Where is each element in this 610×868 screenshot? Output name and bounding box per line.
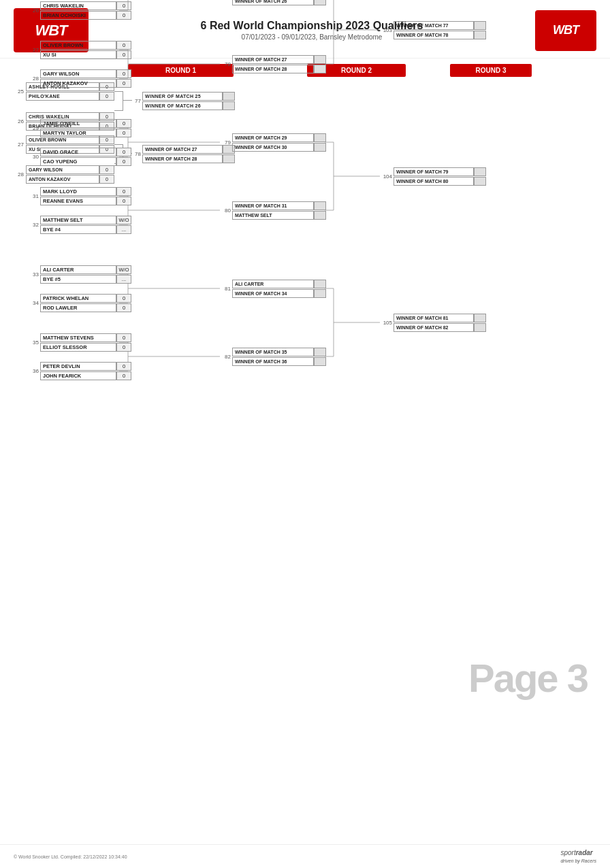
m33-s2: ... bbox=[116, 275, 131, 284]
m105-p2: WINNER OF MATCH 82 bbox=[394, 323, 474, 332]
m103-box2 bbox=[474, 31, 486, 39]
m104-p2: WINNER OF MATCH 80 bbox=[394, 177, 474, 186]
m29-s1: 0 bbox=[116, 119, 131, 128]
m31-s2: 0 bbox=[116, 197, 131, 205]
m80-p1: WINNER OF MATCH 31 bbox=[232, 201, 314, 210]
m28-p1: GARY WILSON bbox=[40, 69, 116, 78]
m80-p2: MATTHEW SELT bbox=[232, 211, 314, 220]
m31-p2: REANNE EVANS bbox=[40, 197, 116, 205]
m35-s1: 0 bbox=[116, 333, 131, 342]
m103-box1 bbox=[474, 21, 486, 30]
m81-p2: WINNER OF MATCH 34 bbox=[232, 289, 314, 298]
m35-s2: 0 bbox=[116, 343, 131, 352]
m78-p1: WINNER OF MATCH 27 bbox=[232, 55, 314, 64]
m26-id: 26 bbox=[28, 7, 39, 14]
m29-p1: JAMIE O'NEILL bbox=[40, 119, 116, 128]
m31-s1: 0 bbox=[116, 187, 131, 196]
m78-id: 78 bbox=[220, 61, 231, 67]
m78-box2 bbox=[314, 65, 326, 73]
m28-p2: ANTON KAZAKOV bbox=[40, 79, 116, 88]
m105-p1: WINNER OF MATCH 81 bbox=[394, 314, 474, 322]
m29-p2: MARTYN TAYLOR bbox=[40, 129, 116, 137]
m30-p1: DAVID GRACE bbox=[40, 148, 116, 156]
m36-p1: PETER DEVLIN bbox=[40, 362, 116, 371]
m82-box2 bbox=[314, 357, 326, 366]
m34-s2: 0 bbox=[116, 303, 131, 312]
m27-s1: 0 bbox=[116, 41, 131, 50]
m104-box1 bbox=[474, 167, 486, 176]
m103-p1: WINNER OF MATCH 77 bbox=[394, 21, 474, 30]
m80-id: 80 bbox=[220, 207, 231, 214]
m33-p2: BYE #5 bbox=[40, 275, 116, 284]
m36-s2: 0 bbox=[116, 371, 131, 380]
m32-s2: ... bbox=[116, 225, 131, 234]
m28-s2: 0 bbox=[116, 79, 131, 88]
m33-id: 33 bbox=[28, 271, 39, 278]
m77-p2: WINNER OF MATCH 26 bbox=[232, 0, 314, 5]
m33-s1: W/O bbox=[116, 265, 131, 274]
m36-s1: 0 bbox=[116, 362, 131, 371]
m81-box1 bbox=[314, 280, 326, 288]
m79-id: 79 bbox=[220, 139, 231, 146]
m79-p2: WINNER OF MATCH 30 bbox=[232, 143, 314, 152]
m35-id: 35 bbox=[28, 339, 39, 346]
m34-s1: 0 bbox=[116, 294, 131, 303]
m30-s1: 0 bbox=[116, 148, 131, 156]
m80-box1 bbox=[314, 201, 326, 210]
m32-id: 32 bbox=[28, 222, 39, 228]
footer-sportradar: sportradardriven by Racers bbox=[560, 849, 596, 864]
m81-box2 bbox=[314, 289, 326, 298]
m78-box1 bbox=[314, 55, 326, 64]
m27-p1: OLIVER BROWN bbox=[40, 41, 116, 50]
footer-copyright: © World Snooker Ltd. Compiled: 22/12/202… bbox=[14, 854, 127, 859]
m82-p2: WINNER OF MATCH 36 bbox=[232, 357, 314, 366]
m32-p2: BYE #4 bbox=[40, 225, 116, 234]
m30-p2: CAO YUPENG bbox=[40, 157, 116, 166]
m103-p2: WINNER OF MATCH 78 bbox=[394, 31, 474, 39]
m78-p2: WINNER OF MATCH 28 bbox=[232, 65, 314, 73]
m77-box2 bbox=[314, 0, 326, 5]
page-number: Page 3 bbox=[468, 655, 588, 701]
m35-p1: MATTHEW STEVENS bbox=[40, 333, 116, 342]
m105-box1 bbox=[474, 314, 486, 322]
m26-s1: 0 bbox=[116, 1, 131, 10]
m26-p2: BRIAN OCHOISKI bbox=[40, 11, 116, 20]
m32-p1: MATTHEW SELT bbox=[40, 216, 116, 224]
m104-box2 bbox=[474, 177, 486, 186]
m82-box1 bbox=[314, 348, 326, 356]
m79-box2 bbox=[314, 143, 326, 152]
m29-s2: 0 bbox=[116, 129, 131, 137]
m28-id: 28 bbox=[28, 76, 39, 82]
m34-id: 34 bbox=[28, 300, 39, 306]
m33-p1: ALI CARTER bbox=[40, 265, 116, 274]
m31-id: 31 bbox=[28, 193, 39, 199]
m81-id: 81 bbox=[220, 286, 231, 292]
m79-p1: WINNER OF MATCH 29 bbox=[232, 133, 314, 142]
m105-id: 105 bbox=[380, 320, 392, 326]
m81-p1: ALI CARTER bbox=[232, 280, 314, 288]
m27-id: 27 bbox=[28, 47, 39, 53]
m32-s1: W/O bbox=[116, 216, 131, 224]
m30-s2: 0 bbox=[116, 157, 131, 166]
m105-box2 bbox=[474, 323, 486, 332]
m31-p1: MARK LLOYD bbox=[40, 187, 116, 196]
m34-p2: ROD LAWLER bbox=[40, 303, 116, 312]
m28-s1: 0 bbox=[116, 69, 131, 78]
m27-s2: 0 bbox=[116, 50, 131, 59]
m29-id: 29 bbox=[28, 125, 39, 131]
m36-id: 36 bbox=[28, 368, 39, 374]
m80-box2 bbox=[314, 211, 326, 220]
m30-id: 30 bbox=[28, 154, 39, 160]
m27-p2: XU SI bbox=[40, 50, 116, 59]
m104-p1: WINNER OF MATCH 79 bbox=[394, 167, 474, 176]
m26-p1: CHRIS WAKELIN bbox=[40, 1, 116, 10]
m103-id: 103 bbox=[380, 27, 392, 33]
m104-id: 104 bbox=[380, 173, 392, 180]
m26-s2: 0 bbox=[116, 11, 131, 20]
m35-p2: ELLIOT SLESSOR bbox=[40, 343, 116, 352]
m79-box1 bbox=[314, 133, 326, 142]
m36-p2: JOHN FEARICK bbox=[40, 371, 116, 380]
m82-id: 82 bbox=[220, 354, 231, 360]
m34-p1: PATRICK WHELAN bbox=[40, 294, 116, 303]
m82-p1: WINNER OF MATCH 35 bbox=[232, 348, 314, 356]
